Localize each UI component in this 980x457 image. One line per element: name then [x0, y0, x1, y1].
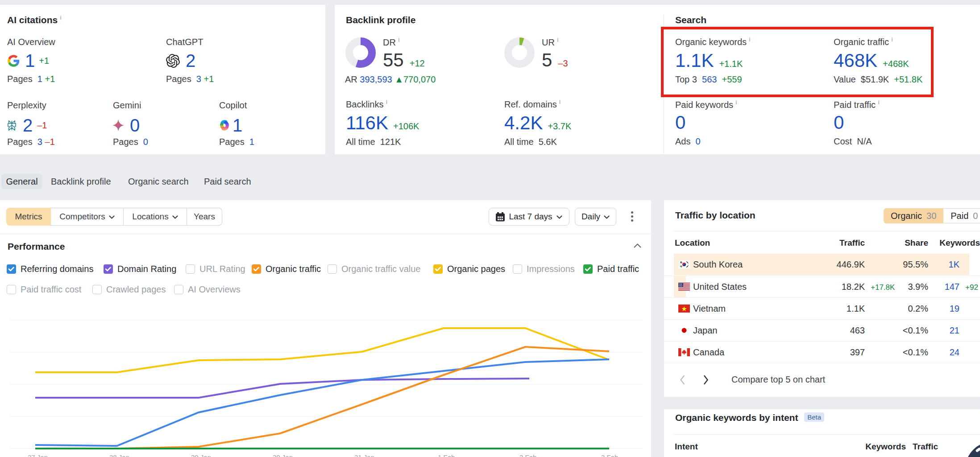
svg-text:28 Jan: 28 Jan: [109, 453, 129, 457]
svg-text:30 Jan: 30 Jan: [273, 453, 293, 457]
svg-text:27 Jan: 27 Jan: [28, 453, 48, 457]
svg-text:2 Feb: 2 Feb: [519, 453, 536, 457]
svg-text:29 Jan: 29 Jan: [191, 453, 211, 457]
svg-text:31 Jan: 31 Jan: [354, 453, 374, 457]
svg-text:1 Feb: 1 Feb: [438, 453, 455, 457]
svg-text:3 Feb: 3 Feb: [601, 453, 618, 457]
